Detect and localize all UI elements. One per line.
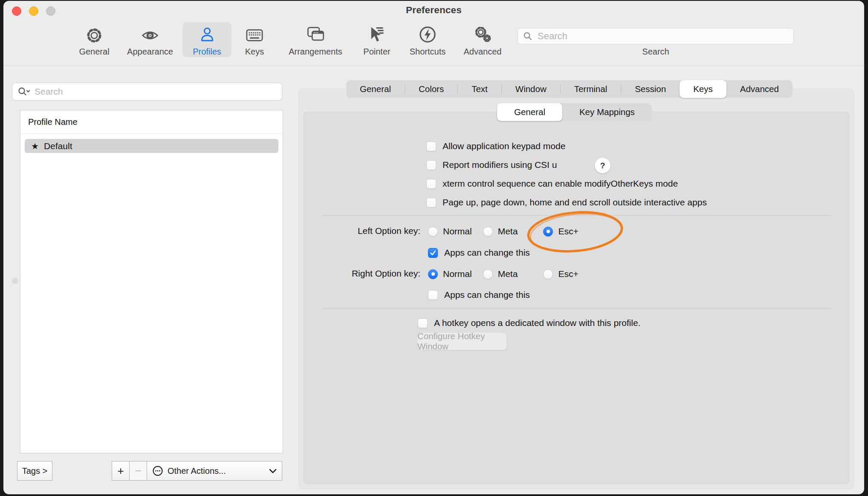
window-title: Preferences (3, 5, 864, 16)
profile-name: Default (44, 141, 72, 151)
toolbar-item-advanced[interactable]: Advanced (457, 22, 508, 57)
gear-icon (85, 23, 104, 44)
radio-label: Esc+ (558, 269, 578, 279)
checkbox-allow-keypad[interactable] (426, 141, 436, 151)
toolbar-item-pointer[interactable]: Pointer (356, 22, 398, 57)
person-icon (198, 23, 217, 44)
toolbar-item-appearance[interactable]: Appearance (122, 22, 178, 57)
radio-right-meta[interactable] (483, 269, 493, 279)
radio-label: Normal (443, 226, 472, 236)
checkbox-label: Allow application keypad mode (443, 141, 565, 151)
radio-label: Esc+ (558, 226, 578, 236)
left-option-radio-group: Normal Meta Esc+ (428, 225, 579, 238)
radio-right-esc[interactable] (543, 269, 553, 279)
checkbox-modifyotherkeys[interactable] (426, 179, 436, 189)
tab-colors[interactable]: Colors (405, 80, 457, 98)
checkbox-row: Apps can change this (428, 246, 530, 259)
add-profile-button[interactable]: + (112, 461, 130, 481)
toolbar-label: Advanced (464, 47, 502, 57)
help-button[interactable]: ? (595, 158, 610, 173)
subtab-general[interactable]: General (497, 103, 562, 121)
search-icon (17, 87, 30, 97)
checkbox-label: Apps can change this (444, 290, 530, 300)
separator (322, 308, 831, 309)
minus-icon: − (135, 464, 141, 478)
checkbox-label: Page up, page down, home and end scroll … (443, 197, 707, 208)
profile-list-header: Profile Name (20, 110, 283, 134)
radio-right-normal[interactable] (428, 269, 438, 279)
star-icon: ★ (31, 142, 39, 150)
checkbox-row: Report modifiers using CSI u (426, 159, 557, 171)
toolbar-item-arrangements[interactable]: Arrangements (281, 22, 350, 57)
right-option-key-label: Right Option key: (298, 268, 420, 279)
configure-hotkey-window-button[interactable]: Configure Hotkey Window (417, 332, 507, 350)
tab-terminal[interactable]: Terminal (561, 80, 621, 98)
checkbox-row: xterm control sequence can enable modify… (426, 177, 678, 190)
radio-label: Meta (498, 226, 518, 236)
radio-label: Normal (443, 269, 472, 279)
profile-list-actions: + − Other Actions... (112, 461, 282, 481)
preferences-window: Preferences General Appearance Profiles … (3, 1, 864, 494)
profile-tab-bar: General Colors Text Window Terminal Sess… (346, 80, 793, 98)
tab-window[interactable]: Window (502, 80, 560, 98)
checkbox-left-apps-can-change[interactable] (428, 248, 438, 258)
keyboard-icon (245, 23, 264, 44)
profile-search-input[interactable] (34, 86, 277, 97)
toolbar-item-keys[interactable]: Keys (237, 22, 272, 57)
splitter-handle-dot (12, 278, 18, 284)
plus-icon: + (117, 464, 124, 478)
toolbar-search-input[interactable] (537, 30, 788, 42)
checkbox-csi-u[interactable] (426, 160, 436, 170)
configure-hotkey-label: Configure Hotkey Window (417, 331, 506, 352)
toolbar-item-general[interactable]: General (73, 22, 116, 57)
bolt-circle-icon (418, 23, 437, 44)
toolbar-divider (3, 65, 864, 66)
tab-keys[interactable]: Keys (680, 80, 726, 98)
profile-search-field[interactable] (12, 83, 282, 101)
tab-advanced[interactable]: Advanced (726, 80, 793, 98)
checkbox-scroll-outside[interactable] (426, 198, 436, 208)
other-actions-label: Other Actions... (168, 466, 226, 476)
toolbar-search-field[interactable] (518, 28, 794, 44)
eye-icon (140, 23, 160, 44)
checkbox-hotkey-window[interactable] (418, 318, 428, 328)
toolbar-label: Keys (245, 47, 264, 57)
radio-left-normal[interactable] (428, 227, 438, 236)
right-option-radio-group: Normal Meta Esc+ (428, 268, 579, 280)
profile-list: Profile Name ★ Default (20, 110, 283, 453)
keys-subtab-panel (304, 112, 849, 484)
toolbar-search-caption: Search (518, 47, 794, 57)
tab-general[interactable]: General (346, 80, 405, 98)
other-actions-dropdown[interactable]: Other Actions... (147, 461, 282, 481)
stacked-windows-icon (306, 23, 325, 44)
toolbar-item-shortcuts[interactable]: Shortcuts (402, 22, 453, 57)
checkbox-label: Report modifiers using CSI u (443, 160, 557, 170)
toolbar-label: General (79, 47, 109, 57)
question-mark-icon: ? (600, 161, 605, 170)
toolbar-label: Profiles (193, 47, 221, 57)
search-icon (523, 32, 532, 41)
subtab-key-mappings[interactable]: Key Mappings (562, 103, 652, 121)
double-gear-icon (472, 23, 493, 44)
tab-session[interactable]: Session (621, 80, 680, 98)
toolbar-item-profiles[interactable]: Profiles (182, 22, 231, 57)
toolbar-label: Appearance (127, 47, 173, 57)
tab-text[interactable]: Text (458, 80, 501, 98)
radio-left-meta[interactable] (483, 227, 493, 236)
tags-button-label: Tags > (22, 466, 47, 476)
remove-profile-button[interactable]: − (129, 461, 147, 481)
checkbox-row: Apps can change this (428, 288, 530, 301)
checkbox-label: A hotkey opens a dedicated window with t… (434, 318, 640, 328)
toolbar-label: Pointer (363, 47, 390, 57)
profile-row-default[interactable]: ★ Default (25, 139, 278, 153)
separator (322, 215, 831, 216)
radio-left-esc[interactable] (543, 227, 553, 236)
toolbar-label: Shortcuts (410, 47, 446, 57)
chevron-down-icon (269, 468, 277, 473)
left-option-key-label: Left Option key: (298, 226, 420, 236)
checkbox-row: A hotkey opens a dedicated window with t… (418, 317, 640, 329)
tags-button[interactable]: Tags > (17, 461, 52, 481)
checkbox-right-apps-can-change[interactable] (428, 290, 438, 300)
checkbox-row: Page up, page down, home and end scroll … (426, 196, 707, 209)
circle-ellipsis-icon (152, 465, 163, 476)
